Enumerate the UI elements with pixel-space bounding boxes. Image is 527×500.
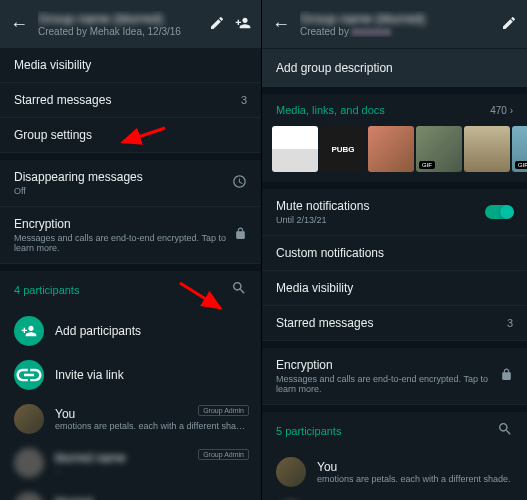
row-label: Add participants: [55, 324, 247, 338]
starred-count: 3: [241, 94, 247, 106]
media-thumb[interactable]: [464, 126, 510, 172]
avatar: [14, 448, 44, 478]
gif-badge: GIF: [419, 161, 435, 169]
divider: [262, 87, 527, 94]
starred-messages-row[interactable]: Starred messages 3: [0, 83, 261, 118]
participant-you-row[interactable]: You emotions are petals. each with a dif…: [262, 450, 527, 494]
mute-toggle[interactable]: [485, 205, 513, 219]
starred-count: 3: [507, 317, 513, 329]
link-avatar-icon: [14, 360, 44, 390]
media-visibility-row[interactable]: Media visibility: [0, 48, 261, 83]
row-sub: Off: [14, 186, 143, 196]
starred-messages-row[interactable]: Starred messages 3: [262, 306, 527, 341]
back-arrow-icon[interactable]: ←: [272, 14, 290, 35]
header-title-block[interactable]: Group name (blurred) Created by Mehak Id…: [38, 11, 199, 37]
media-thumb[interactable]: [368, 126, 414, 172]
participant-name: blurred: [55, 495, 247, 500]
lock-icon: [500, 367, 513, 385]
participants-count: 5 participants: [276, 425, 341, 437]
row-label: Media visibility: [276, 281, 513, 295]
participant-status: emotions are petals. each with a differe…: [55, 421, 247, 431]
row-label: Disappearing messages: [14, 170, 143, 184]
media-thumb[interactable]: [272, 126, 318, 172]
encryption-row[interactable]: Encryption Messages and calls are end-to…: [262, 348, 527, 405]
disappearing-messages-row[interactable]: Disappearing messages Off: [0, 160, 261, 207]
add-person-avatar-icon: [14, 316, 44, 346]
media-thumbnails[interactable]: PUBG GIF GIF: [262, 126, 527, 182]
participants-header: 5 participants: [262, 412, 527, 450]
row-label: Group settings: [14, 128, 247, 142]
media-thumb[interactable]: PUBG: [320, 126, 366, 172]
add-participants-row[interactable]: Add participants: [0, 309, 261, 353]
timer-icon: [232, 174, 247, 193]
gif-badge: GIF: [515, 161, 527, 169]
participant-row[interactable]: blurred name ... Group Admin: [0, 441, 261, 485]
group-subtitle: Created by Mehak Idea, 12/3/16: [38, 26, 199, 37]
row-sub: Messages and calls are end-to-end encryp…: [14, 233, 234, 253]
edit-icon[interactable]: [209, 15, 225, 34]
participant-row[interactable]: blurred ...: [0, 485, 261, 500]
search-icon[interactable]: [231, 280, 247, 300]
row-label: Starred messages: [276, 316, 373, 330]
row-label: Media visibility: [14, 58, 247, 72]
row-label: Starred messages: [14, 93, 111, 107]
divider: [0, 153, 261, 160]
mute-notifications-row[interactable]: Mute notifications Until 2/13/21: [262, 189, 527, 236]
header-title-block[interactable]: Group name (blurred) Created by: [300, 11, 491, 37]
encryption-row[interactable]: Encryption Messages and calls are end-to…: [0, 207, 261, 264]
back-arrow-icon[interactable]: ←: [10, 14, 28, 35]
row-label: Invite via link: [55, 368, 247, 382]
row-label: Encryption: [276, 358, 500, 372]
divider: [262, 182, 527, 189]
participants-header: 4 participants: [0, 271, 261, 309]
media-count: 470 ›: [490, 105, 513, 116]
participant-you-row[interactable]: You emotions are petals. each with a dif…: [0, 397, 261, 441]
invite-via-link-row[interactable]: Invite via link: [0, 353, 261, 397]
admin-badge: Group Admin: [198, 449, 249, 460]
media-thumb[interactable]: GIF: [416, 126, 462, 172]
row-sub: Messages and calls are end-to-end encryp…: [276, 374, 500, 394]
avatar: [14, 492, 44, 500]
participant-name: You: [317, 460, 513, 474]
divider: [262, 341, 527, 348]
header-bar: ← Group name (blurred) Created by Mehak …: [0, 0, 261, 48]
search-icon[interactable]: [497, 421, 513, 441]
row-label: Add group description: [276, 61, 513, 75]
participant-row[interactable]: blurred If hurts, am I weak or am I stro…: [262, 494, 527, 500]
media-label: Media, links, and docs: [276, 104, 385, 116]
participant-status: ...: [55, 465, 247, 475]
add-person-icon[interactable]: [235, 15, 251, 34]
group-subtitle: Created by: [300, 26, 491, 37]
avatar: [276, 457, 306, 487]
row-label: Encryption: [14, 217, 234, 231]
group-description-row[interactable]: Add group description: [262, 49, 527, 87]
group-title: Group name (blurred): [38, 11, 199, 26]
custom-notifications-row[interactable]: Custom notifications: [262, 236, 527, 271]
avatar: [14, 404, 44, 434]
divider: [262, 405, 527, 412]
admin-badge: Group Admin: [198, 405, 249, 416]
divider: [0, 264, 261, 271]
participant-status: emotions are petals. each with a differe…: [317, 474, 513, 484]
media-links-docs-row[interactable]: Media, links, and docs 470 ›: [262, 94, 527, 126]
media-thumb[interactable]: GIF: [512, 126, 527, 172]
group-settings-row[interactable]: Group settings: [0, 118, 261, 153]
row-label: Mute notifications: [276, 199, 369, 213]
participants-count: 4 participants: [14, 284, 79, 296]
edit-icon[interactable]: [501, 15, 517, 34]
row-sub: Until 2/13/21: [276, 215, 369, 225]
lock-icon: [234, 226, 247, 244]
header-bar: ← Group name (blurred) Created by: [262, 0, 527, 48]
row-label: Custom notifications: [276, 246, 513, 260]
media-visibility-row[interactable]: Media visibility: [262, 271, 527, 306]
group-title: Group name (blurred): [300, 11, 491, 26]
